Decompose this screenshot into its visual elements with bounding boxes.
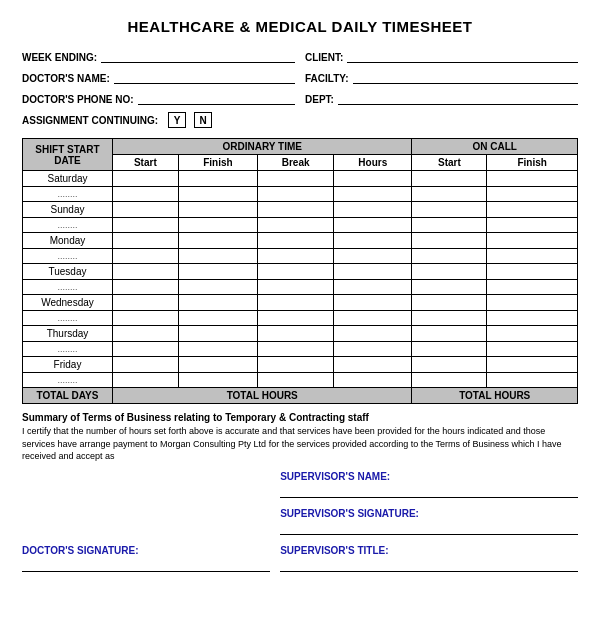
- time-dots-cell[interactable]: [487, 342, 578, 357]
- facility-input[interactable]: [353, 70, 578, 84]
- time-dots-cell[interactable]: [258, 373, 334, 388]
- time-cell[interactable]: [113, 171, 179, 187]
- time-dots-cell[interactable]: [412, 280, 487, 295]
- time-cell[interactable]: [113, 295, 179, 311]
- time-cell[interactable]: [334, 326, 412, 342]
- week-ending-input[interactable]: [101, 49, 295, 63]
- time-dots-cell[interactable]: [178, 280, 257, 295]
- time-cell[interactable]: [178, 326, 257, 342]
- time-dots-cell[interactable]: [113, 373, 179, 388]
- doctors-phone-input[interactable]: [138, 91, 295, 105]
- time-dots-cell[interactable]: [258, 311, 334, 326]
- time-cell[interactable]: [487, 357, 578, 373]
- time-dots-cell[interactable]: [258, 342, 334, 357]
- time-cell[interactable]: [334, 202, 412, 218]
- time-cell[interactable]: [178, 357, 257, 373]
- time-cell[interactable]: [487, 326, 578, 342]
- time-cell[interactable]: [412, 171, 487, 187]
- time-dots-cell[interactable]: [334, 311, 412, 326]
- time-cell[interactable]: [412, 264, 487, 280]
- dept-label: DEPT:: [305, 94, 334, 105]
- time-dots-cell[interactable]: [113, 187, 179, 202]
- time-cell[interactable]: [258, 264, 334, 280]
- time-cell[interactable]: [258, 202, 334, 218]
- time-cell[interactable]: [113, 357, 179, 373]
- time-cell[interactable]: [178, 233, 257, 249]
- time-dots-cell[interactable]: [487, 218, 578, 233]
- time-dots-cell[interactable]: [113, 218, 179, 233]
- time-cell[interactable]: [334, 233, 412, 249]
- time-cell[interactable]: [487, 295, 578, 311]
- time-dots-cell[interactable]: [412, 218, 487, 233]
- time-cell[interactable]: [487, 233, 578, 249]
- time-cell[interactable]: [178, 295, 257, 311]
- time-dots-cell[interactable]: [334, 342, 412, 357]
- time-dots-cell[interactable]: [334, 249, 412, 264]
- time-dots-cell[interactable]: [334, 218, 412, 233]
- time-cell[interactable]: [412, 233, 487, 249]
- client-input[interactable]: [347, 49, 578, 63]
- time-dots-cell[interactable]: [113, 280, 179, 295]
- time-cell[interactable]: [178, 264, 257, 280]
- supervisor-sig-line[interactable]: [280, 521, 578, 535]
- time-cell[interactable]: [113, 233, 179, 249]
- time-dots-cell[interactable]: [412, 373, 487, 388]
- time-dots-cell[interactable]: [334, 187, 412, 202]
- time-dots-cell[interactable]: [487, 373, 578, 388]
- time-cell[interactable]: [412, 202, 487, 218]
- time-dots-cell[interactable]: [258, 249, 334, 264]
- time-dots-cell[interactable]: [412, 187, 487, 202]
- time-cell[interactable]: [487, 171, 578, 187]
- time-dots-cell[interactable]: [178, 373, 257, 388]
- time-cell[interactable]: [258, 357, 334, 373]
- time-dots-cell[interactable]: [258, 218, 334, 233]
- time-cell[interactable]: [334, 171, 412, 187]
- time-dots-cell[interactable]: [113, 249, 179, 264]
- time-cell[interactable]: [113, 264, 179, 280]
- dept-input[interactable]: [338, 91, 578, 105]
- time-dots-cell[interactable]: [487, 249, 578, 264]
- time-dots-cell[interactable]: [178, 187, 257, 202]
- time-dots-cell[interactable]: [178, 249, 257, 264]
- doctors-name-input[interactable]: [114, 70, 295, 84]
- time-cell[interactable]: [258, 233, 334, 249]
- time-cell[interactable]: [412, 357, 487, 373]
- time-dots-cell[interactable]: [412, 342, 487, 357]
- time-dots-cell[interactable]: [487, 311, 578, 326]
- time-dots-cell[interactable]: [178, 311, 257, 326]
- time-dots-cell[interactable]: [178, 342, 257, 357]
- doctor-sig-line[interactable]: [22, 558, 270, 572]
- dots-cell: ........: [23, 218, 113, 233]
- time-cell[interactable]: [258, 326, 334, 342]
- time-cell[interactable]: [487, 264, 578, 280]
- supervisor-name-label: SUPERVISOR'S NAME:: [280, 471, 578, 482]
- time-dots-cell[interactable]: [258, 280, 334, 295]
- supervisor-title-line[interactable]: [280, 558, 578, 572]
- time-cell[interactable]: [178, 171, 257, 187]
- time-dots-cell[interactable]: [178, 218, 257, 233]
- time-cell[interactable]: [258, 171, 334, 187]
- time-cell[interactable]: [178, 202, 257, 218]
- time-dots-cell[interactable]: [113, 311, 179, 326]
- time-cell[interactable]: [412, 295, 487, 311]
- time-cell[interactable]: [113, 326, 179, 342]
- supervisor-name-line[interactable]: [280, 484, 578, 498]
- time-dots-cell[interactable]: [334, 373, 412, 388]
- time-cell[interactable]: [412, 326, 487, 342]
- time-cell[interactable]: [334, 295, 412, 311]
- yn-n-box[interactable]: N: [194, 112, 212, 128]
- yn-y-box[interactable]: Y: [168, 112, 186, 128]
- time-dots-cell[interactable]: [412, 311, 487, 326]
- dept-field: DEPT:: [305, 91, 578, 105]
- time-cell[interactable]: [113, 202, 179, 218]
- time-dots-cell[interactable]: [113, 342, 179, 357]
- time-dots-cell[interactable]: [258, 187, 334, 202]
- time-cell[interactable]: [334, 357, 412, 373]
- time-cell[interactable]: [487, 202, 578, 218]
- time-dots-cell[interactable]: [487, 187, 578, 202]
- time-dots-cell[interactable]: [334, 280, 412, 295]
- time-cell[interactable]: [334, 264, 412, 280]
- time-dots-cell[interactable]: [487, 280, 578, 295]
- time-cell[interactable]: [258, 295, 334, 311]
- time-dots-cell[interactable]: [412, 249, 487, 264]
